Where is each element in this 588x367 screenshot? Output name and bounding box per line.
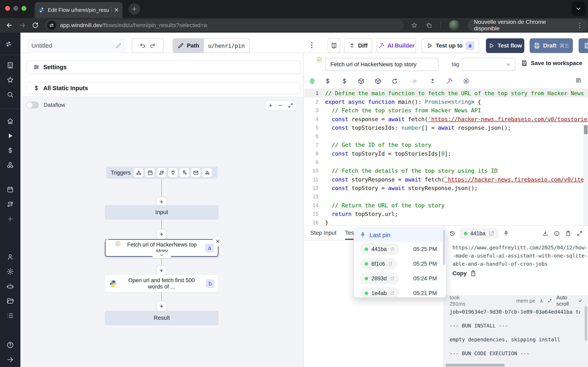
clipboard-icon[interactable] bbox=[565, 230, 571, 236]
play-icon[interactable] bbox=[7, 132, 14, 140]
result-node[interactable]: Result bbox=[105, 311, 218, 325]
code-line[interactable]: 6 bbox=[304, 132, 588, 141]
add-step-button[interactable] bbox=[156, 265, 167, 276]
webhook-icon[interactable] bbox=[134, 168, 143, 177]
calendar-icon[interactable] bbox=[7, 186, 14, 193]
code-line[interactable]: 5 const topStoriesIds: number[] = await … bbox=[304, 123, 588, 132]
redo-button[interactable] bbox=[149, 42, 156, 49]
robot-icon[interactable] bbox=[7, 283, 14, 290]
history-icon[interactable] bbox=[449, 230, 455, 236]
external-link-icon[interactable] bbox=[390, 291, 394, 295]
code-line[interactable]: 16} bbox=[304, 218, 588, 225]
expand-logs-icon[interactable] bbox=[548, 298, 552, 304]
input-node[interactable]: Input bbox=[105, 205, 218, 219]
auto-scroll-checkmark[interactable] bbox=[578, 298, 582, 304]
download-icon[interactable] bbox=[542, 230, 548, 236]
gear-icon[interactable] bbox=[463, 78, 470, 85]
plus-icon[interactable] bbox=[7, 215, 14, 223]
person-icon[interactable] bbox=[7, 253, 14, 261]
window-maximize-button[interactable] bbox=[21, 6, 26, 11]
extensions-icon[interactable] bbox=[426, 22, 432, 29]
pin-icon[interactable] bbox=[503, 230, 509, 236]
url-bar[interactable]: app.windmill.dev/flows/edit/u/henri/pin_… bbox=[45, 19, 404, 31]
test-flow-button[interactable]: Test flow bbox=[486, 38, 524, 53]
fit-view-button[interactable] bbox=[288, 103, 293, 108]
window-minimize-button[interactable] bbox=[13, 6, 18, 11]
pin-menu-item[interactable]: 1e4ab05:21 PM bbox=[354, 286, 446, 298]
browser-tab[interactable]: Edit Flow u/henri/pin_results ✕ bbox=[35, 2, 122, 18]
toggle-icon[interactable] bbox=[408, 78, 419, 85]
code-line[interactable]: 1// Define the main function to fetch th… bbox=[304, 89, 588, 98]
pin-menu-item[interactable]: 2893d05:24 PM bbox=[354, 271, 446, 286]
edit-name-pencil-icon[interactable] bbox=[115, 42, 122, 49]
docs-button[interactable] bbox=[328, 38, 340, 53]
help-icon[interactable] bbox=[7, 341, 14, 349]
expand-icon[interactable] bbox=[577, 230, 583, 236]
code-line[interactable]: 11 const storyResponse = await fetch(`ht… bbox=[304, 175, 588, 184]
code-line[interactable]: 7 // Get the ID of the top story bbox=[304, 141, 588, 149]
save-draft-button[interactable]: Draft⌘S bbox=[530, 38, 573, 53]
folder-icon[interactable] bbox=[7, 297, 14, 305]
all-static-inputs-card[interactable]: All Static Inputs bbox=[26, 82, 301, 94]
copy-result-button[interactable]: Copy bbox=[452, 270, 476, 277]
site-settings-icon[interactable] bbox=[47, 21, 56, 30]
result-url-value[interactable]: https://www.geoffreylitt.com/2025/04/12/… bbox=[452, 244, 588, 268]
run-id-pill[interactable]: 441ba bbox=[460, 228, 499, 239]
library-icon[interactable] bbox=[575, 77, 582, 83]
route-icon[interactable] bbox=[157, 168, 166, 177]
external-link-icon[interactable] bbox=[488, 230, 494, 236]
window-close-button[interactable] bbox=[5, 6, 10, 11]
pin-menu-item[interactable]: 6f1c605:25 PM bbox=[354, 257, 446, 271]
tab-test-partially-hidden[interactable]: Test bbox=[345, 226, 355, 240]
poll-icon[interactable] bbox=[203, 168, 212, 177]
path-chip[interactable]: Path u/henri/pin bbox=[173, 38, 250, 53]
code-line[interactable]: 13 bbox=[304, 192, 588, 201]
ai-builder-button[interactable]: AI Builder bbox=[377, 38, 416, 53]
pin-menu-item[interactable]: 441ba05:25 PM bbox=[354, 242, 446, 257]
code-line[interactable]: 2export async function main(): Promise<s… bbox=[304, 98, 588, 106]
download-logs-icon[interactable] bbox=[539, 298, 544, 304]
zoom-out-button[interactable] bbox=[278, 103, 283, 108]
external-link-icon[interactable] bbox=[390, 276, 394, 281]
code-line[interactable]: 10 // Fetch the details of the top story… bbox=[304, 167, 588, 175]
route-icon[interactable] bbox=[7, 201, 14, 208]
flow-canvas[interactable]: Dataflow Triggers Input TS Fetch url of … bbox=[20, 97, 303, 367]
dollar-icon[interactable] bbox=[7, 147, 14, 154]
external-link-icon[interactable] bbox=[388, 262, 393, 266]
code-line[interactable]: 15 return topStory.url; bbox=[304, 210, 588, 218]
last-pin-header[interactable]: Last pin bbox=[354, 228, 446, 242]
zoom-in-button[interactable] bbox=[268, 103, 273, 108]
code-line[interactable]: 8 const topStoryId = topStoriesIds[0]; bbox=[304, 149, 588, 158]
undo-button[interactable] bbox=[139, 42, 146, 49]
flow-name-field[interactable]: Untitled bbox=[26, 38, 127, 53]
calendar-icon[interactable] bbox=[145, 168, 155, 177]
tab-search-button[interactable] bbox=[572, 2, 585, 16]
profile-avatar[interactable] bbox=[449, 20, 459, 31]
cubes-icon[interactable] bbox=[7, 161, 14, 169]
code-line[interactable]: 12 const topStory = await storyResponse.… bbox=[304, 184, 588, 192]
code-line[interactable]: 9 bbox=[304, 158, 588, 166]
forward-button[interactable] bbox=[19, 22, 26, 29]
dollar-icon[interactable] bbox=[324, 78, 331, 85]
plug-bolt-icon[interactable] bbox=[180, 168, 189, 177]
add-step-button[interactable] bbox=[156, 301, 167, 312]
refresh-icon[interactable] bbox=[391, 78, 398, 85]
logs-vertical-scrollbar[interactable] bbox=[585, 306, 587, 341]
test-up-to-step-badge[interactable]: a bbox=[466, 41, 475, 50]
deploy-button[interactable]: Deploy bbox=[579, 38, 588, 53]
dataflow-toggle[interactable] bbox=[26, 101, 39, 108]
wand-icon[interactable] bbox=[446, 78, 453, 85]
search-icon[interactable] bbox=[7, 91, 14, 98]
code-line[interactable]: 14 // Return the URL of the top story bbox=[304, 201, 588, 210]
back-button[interactable] bbox=[6, 22, 13, 29]
code-line[interactable]: 3 // Fetch the top stories from Hacker N… bbox=[304, 106, 588, 115]
dropdown-scrollbar[interactable] bbox=[443, 230, 445, 265]
info-icon[interactable] bbox=[554, 230, 560, 236]
tab-step-input[interactable]: Step Input bbox=[310, 226, 337, 240]
package-icon[interactable] bbox=[358, 78, 365, 85]
building-icon[interactable] bbox=[7, 62, 14, 69]
remove-step-button[interactable] bbox=[212, 236, 223, 247]
home-icon[interactable] bbox=[7, 117, 14, 125]
plug-icon[interactable] bbox=[168, 168, 178, 177]
reload-button[interactable] bbox=[32, 22, 39, 29]
